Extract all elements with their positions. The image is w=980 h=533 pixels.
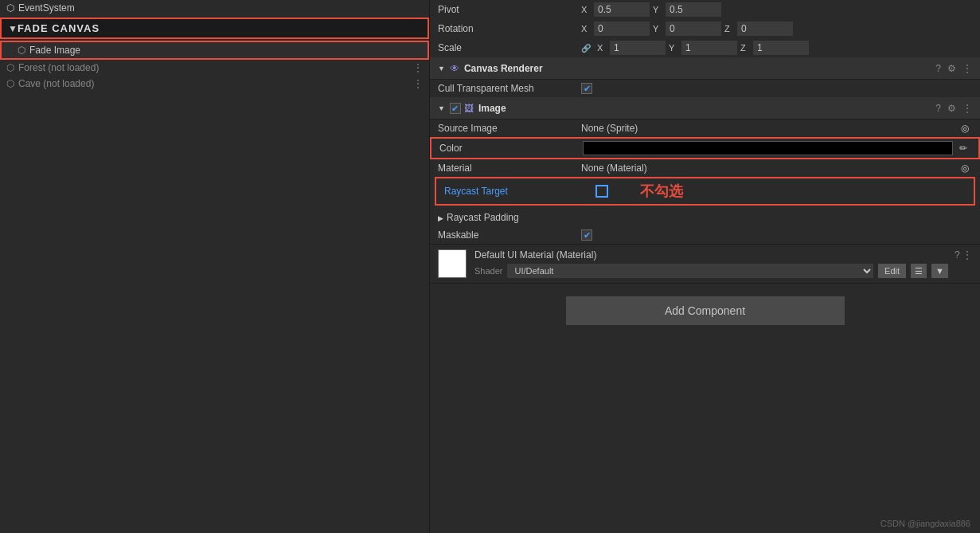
- lock-icon: 🔗: [581, 44, 591, 53]
- raycast-target-row: Raycast Target 不勾选: [436, 178, 974, 204]
- scale-x-input[interactable]: [610, 41, 666, 55]
- canvas-renderer-header[interactable]: 👁 Canvas Renderer ? ⚙ ⋮: [430, 57, 980, 80]
- scale-values: 🔗 X Y Z: [581, 41, 972, 55]
- fade-canvas-row[interactable]: ▼ FADE CANVAS: [0, 18, 429, 39]
- image-menu-icon[interactable]: ⋮: [962, 103, 972, 114]
- canvas-renderer-icon: 👁: [450, 63, 459, 74]
- color-field: ✏: [583, 141, 970, 155]
- scale-label: Scale: [438, 42, 581, 53]
- cull-label: Cull Transparent Mesh: [438, 83, 581, 94]
- event-system-label: EventSystem: [18, 2, 75, 14]
- color-edit-btn[interactable]: ✏: [956, 143, 970, 154]
- image-actions: ? ⚙ ⋮: [935, 103, 972, 114]
- fade-image-label: Fade Image: [29, 45, 80, 56]
- add-component-wrapper: Add Component: [430, 284, 980, 338]
- annotation-text: 不勾选: [640, 182, 683, 201]
- footer-text: CSDN @jiangdaxia886: [880, 519, 970, 528]
- color-swatch[interactable]: [583, 141, 953, 155]
- menu-icon[interactable]: ⋮: [962, 63, 972, 74]
- material-info: Default UI Material (Material) Shader UI…: [474, 249, 948, 278]
- cave-icon: ⬡: [6, 78, 14, 89]
- pivot-x-label: X: [581, 5, 591, 14]
- image-enabled-checkbox[interactable]: ✔: [450, 103, 461, 114]
- raycast-padding-label: Raycast Padding: [447, 212, 590, 223]
- shader-row: Shader UI/Default Edit ☰ ▼: [474, 264, 948, 278]
- color-row: Color ✏: [430, 137, 980, 159]
- maskable-values: ✔: [581, 229, 972, 241]
- shader-expand-btn[interactable]: ▼: [931, 264, 948, 278]
- raycast-target-label: Raycast Target: [444, 186, 588, 197]
- rotation-z-input[interactable]: [737, 22, 793, 36]
- pivot-x-input[interactable]: [594, 2, 650, 17]
- source-image-row: Source Image None (Sprite) ◎: [430, 120, 980, 137]
- fade-canvas-title: FADE CANVAS: [18, 22, 100, 34]
- rotation-y-input[interactable]: [666, 22, 721, 36]
- default-material-section: Default UI Material (Material) Shader UI…: [430, 244, 980, 284]
- rotation-y-label: Y: [653, 24, 662, 33]
- gear-icon[interactable]: ⚙: [947, 63, 956, 74]
- fade-image-row[interactable]: ⬡ Fade Image: [0, 41, 429, 60]
- material-values: None (Material) ◎: [581, 163, 972, 174]
- rotation-values: X Y Z: [581, 22, 972, 36]
- pivot-values: X Y: [581, 2, 972, 17]
- image-gear-icon[interactable]: ⚙: [947, 103, 956, 114]
- scale-z-label: Z: [740, 43, 750, 53]
- shader-edit-btn[interactable]: Edit: [878, 264, 906, 278]
- scale-x-label: X: [597, 43, 607, 53]
- forest-row[interactable]: ⬡ Forest (not loaded) ⋮: [0, 60, 429, 76]
- source-image-values: None (Sprite) ◎: [581, 123, 972, 134]
- help-icon[interactable]: ?: [935, 63, 941, 74]
- material-select-btn[interactable]: ◎: [958, 163, 972, 174]
- material-label: Material: [438, 163, 581, 174]
- image-comp-name: Image: [478, 103, 935, 114]
- scale-row: Scale 🔗 X Y Z: [430, 38, 980, 57]
- image-header[interactable]: ✔ 🖼 Image ? ⚙ ⋮: [430, 97, 980, 120]
- shader-dropdown[interactable]: UI/Default: [507, 264, 873, 278]
- inspector-panel: Pivot X Y Rotation X Y Z Scale 🔗 X Y Z: [430, 0, 980, 533]
- canvas-renderer-name: Canvas Renderer: [464, 63, 935, 74]
- hierarchy-panel: ⬡ EventSystem ▼ FADE CANVAS ⬡ Fade Image…: [0, 0, 430, 533]
- event-system-row[interactable]: ⬡ EventSystem: [0, 0, 429, 16]
- scale-y-input[interactable]: [681, 41, 737, 55]
- material-name: Default UI Material (Material): [474, 249, 596, 261]
- image-help-icon[interactable]: ?: [935, 103, 941, 114]
- cave-row[interactable]: ⬡ Cave (not loaded) ⋮: [0, 76, 429, 92]
- rotation-label: Rotation: [438, 23, 581, 34]
- cube-icon: ⬡: [6, 2, 14, 14]
- canvas-renderer-expand[interactable]: [438, 64, 445, 73]
- material-menu-icon[interactable]: ⋮: [962, 249, 972, 261]
- color-label: Color: [439, 143, 583, 154]
- raycast-section: Raycast Target 不勾选: [435, 177, 975, 206]
- cull-checkbox[interactable]: ✔: [581, 83, 592, 94]
- raycast-padding-row: Raycast Padding: [430, 209, 980, 226]
- rotation-x-label: X: [581, 24, 591, 33]
- rotation-x-input[interactable]: [594, 22, 650, 36]
- footer-watermark: CSDN @jiangdaxia886: [880, 519, 970, 528]
- raycast-padding-expand[interactable]: [438, 214, 443, 222]
- image-icon: 🖼: [464, 103, 474, 114]
- rotation-z-label: Z: [724, 24, 734, 33]
- material-help-icon[interactable]: ?: [955, 249, 960, 261]
- source-image-select-btn[interactable]: ◎: [958, 123, 972, 134]
- raycast-target-checkbox[interactable]: [595, 185, 608, 198]
- image-expand[interactable]: [438, 104, 445, 112]
- forest-menu-dots[interactable]: ⋮: [413, 62, 423, 73]
- source-image-label: Source Image: [438, 123, 581, 134]
- rotation-row: Rotation X Y Z: [430, 19, 980, 38]
- material-value: None (Material): [581, 163, 955, 174]
- pivot-y-input[interactable]: [666, 2, 721, 17]
- shader-list-btn[interactable]: ☰: [911, 264, 927, 278]
- pivot-label: Pivot: [438, 4, 581, 15]
- maskable-label: Maskable: [438, 229, 581, 241]
- scale-z-input[interactable]: [753, 41, 809, 55]
- cave-label: Cave (not loaded): [18, 78, 94, 89]
- material-actions: ? ⋮: [955, 249, 972, 261]
- expand-arrow: ▼: [8, 23, 18, 34]
- scale-y-label: Y: [669, 43, 678, 53]
- maskable-row: Maskable ✔: [430, 226, 980, 244]
- add-component-button[interactable]: Add Component: [566, 296, 845, 325]
- cull-values: ✔: [581, 83, 972, 94]
- cave-menu-dots[interactable]: ⋮: [413, 78, 423, 89]
- image-icon: ⬡: [18, 45, 25, 56]
- maskable-checkbox[interactable]: ✔: [581, 229, 592, 241]
